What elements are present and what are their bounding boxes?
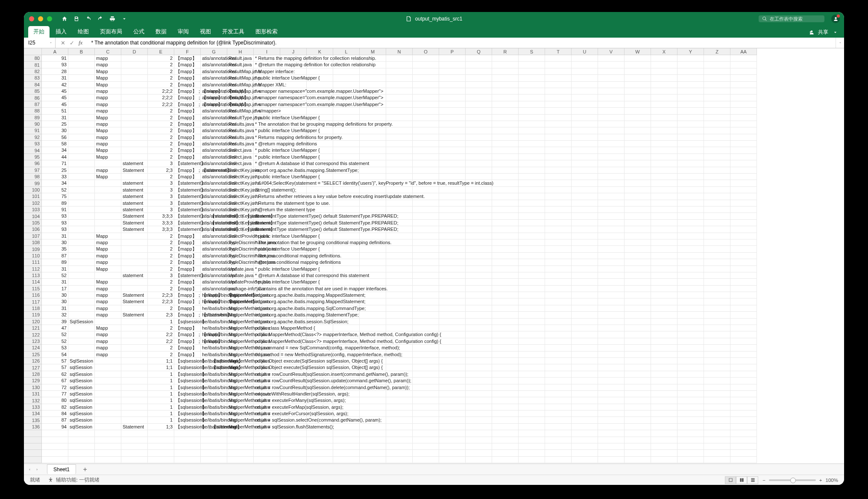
cell[interactable]: [466, 62, 492, 68]
cell[interactable]: [121, 174, 148, 180]
cell[interactable]: [466, 207, 492, 213]
cell[interactable]: [651, 253, 677, 259]
cell[interactable]: [651, 410, 677, 417]
cell[interactable]: atis/annotations/: [201, 266, 227, 272]
cell[interactable]: [704, 272, 730, 279]
cell[interactable]: [519, 220, 545, 226]
cell[interactable]: 84: [42, 410, 68, 417]
cell[interactable]: [413, 75, 439, 81]
cell[interactable]: [704, 259, 730, 266]
cell[interactable]: [625, 378, 651, 384]
cell[interactable]: 2: [148, 134, 174, 141]
cell[interactable]: [492, 239, 519, 246]
cell[interactable]: atis/annotations/: [201, 286, 227, 292]
cell[interactable]: [121, 410, 148, 417]
cell[interactable]: Mapp: [95, 233, 121, 239]
cell[interactable]: [95, 226, 121, 233]
cell[interactable]: [730, 286, 757, 292]
cell[interactable]: [386, 207, 413, 213]
cell[interactable]: [413, 55, 439, 62]
cell[interactable]: mapp: [95, 286, 121, 292]
cell[interactable]: [466, 127, 492, 134]
cell[interactable]: [386, 253, 413, 259]
select-all-corner[interactable]: [24, 48, 42, 55]
cell[interactable]: [439, 226, 466, 233]
cell[interactable]: [677, 404, 704, 410]
cell[interactable]: 52: [42, 272, 68, 279]
cell[interactable]: [545, 246, 572, 252]
cell[interactable]: StatementType statementType() default St…: [254, 220, 280, 226]
minimize-button[interactable]: [38, 16, 43, 21]
cell[interactable]: atis/annotations/: [201, 134, 227, 141]
cell[interactable]: [466, 94, 492, 101]
cell[interactable]: [68, 187, 95, 193]
cell[interactable]: [545, 154, 572, 160]
cell[interactable]: [730, 108, 757, 114]
cell[interactable]: [545, 108, 572, 114]
cell[interactable]: [121, 121, 148, 127]
cell[interactable]: [704, 351, 730, 358]
cell[interactable]: [492, 371, 519, 378]
cell[interactable]: [439, 127, 466, 134]
cell[interactable]: [68, 108, 95, 114]
cell[interactable]: [598, 101, 625, 108]
cell[interactable]: [704, 147, 730, 154]
cell[interactable]: statement: [121, 160, 148, 167]
cell[interactable]: atis/annotations/: [201, 187, 227, 193]
cell[interactable]: [677, 417, 704, 423]
row-header[interactable]: 99: [24, 180, 42, 186]
cell[interactable]: [677, 160, 704, 167]
cell[interactable]: he/ibatis/binding/: [201, 325, 227, 331]
cell[interactable]: [598, 154, 625, 160]
cell[interactable]: [625, 312, 651, 318]
cell[interactable]: atis/annotations/: [201, 272, 227, 279]
cell[interactable]: [651, 266, 677, 272]
cell[interactable]: 44: [42, 154, 68, 160]
cell[interactable]: [572, 180, 598, 186]
cell[interactable]: MapperMethod.java: [227, 424, 254, 430]
cell[interactable]: 【sqlsession】: [174, 319, 201, 325]
cell[interactable]: [545, 180, 572, 186]
cell[interactable]: [360, 319, 386, 325]
cell[interactable]: [68, 68, 95, 75]
cell[interactable]: [545, 226, 572, 233]
cell[interactable]: SelectKey.java: [227, 226, 254, 233]
cell[interactable]: [572, 358, 598, 364]
column-header[interactable]: X: [651, 48, 677, 55]
cell[interactable]: [625, 75, 651, 81]
cell[interactable]: 2;2;2: [148, 101, 174, 108]
cell[interactable]: [413, 147, 439, 154]
cell[interactable]: [704, 154, 730, 160]
cell[interactable]: [68, 167, 95, 174]
cell[interactable]: [545, 134, 572, 141]
cell[interactable]: [360, 200, 386, 207]
cell[interactable]: [677, 200, 704, 207]
cell[interactable]: [466, 378, 492, 384]
cell[interactable]: [439, 345, 466, 351]
cell[interactable]: [730, 213, 757, 219]
cell[interactable]: MapperMethod.java: [227, 410, 254, 417]
cell[interactable]: [121, 115, 148, 121]
cell[interactable]: [730, 279, 757, 285]
cell[interactable]: [519, 108, 545, 114]
cell[interactable]: [121, 246, 148, 252]
cell[interactable]: [572, 207, 598, 213]
cell[interactable]: 2: [148, 233, 174, 239]
cell[interactable]: Result.java: [227, 62, 254, 68]
cell[interactable]: [651, 351, 677, 358]
cell[interactable]: [545, 239, 572, 246]
cell[interactable]: [651, 108, 677, 114]
cell[interactable]: atis/annotations/: [201, 200, 227, 207]
cell[interactable]: [572, 384, 598, 391]
cell[interactable]: [730, 391, 757, 397]
cell[interactable]: 【sqlsession】: [174, 371, 201, 378]
cell[interactable]: result = rowCountResult(sqlSession.delet…: [254, 384, 280, 391]
cell[interactable]: [413, 417, 439, 423]
cell[interactable]: [466, 167, 492, 174]
cell[interactable]: [677, 187, 704, 193]
cell[interactable]: [730, 404, 757, 410]
cell[interactable]: [519, 410, 545, 417]
cell[interactable]: [439, 115, 466, 121]
cell[interactable]: 31: [42, 305, 68, 312]
cell[interactable]: [492, 364, 519, 371]
